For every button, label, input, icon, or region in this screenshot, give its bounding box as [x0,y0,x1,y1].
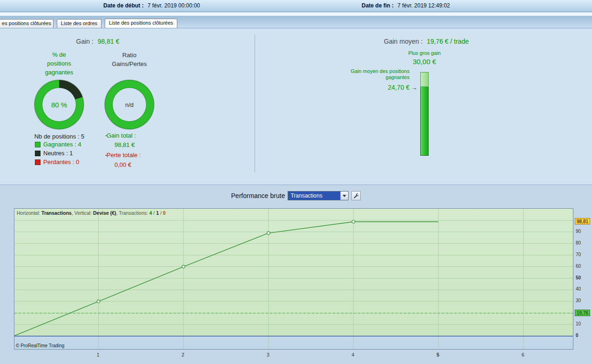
loss-total-row: Perte totale : [106,152,141,159]
y-axis-label: 80 [576,240,581,245]
gain-total-row: Gain total : [106,132,136,139]
winning-positions-donut: 80 % [34,80,84,129]
date-start-value: 7 févr. 2019 00:00:00 [148,2,200,9]
tab-closed-positions-list[interactable]: Liste des positions clôturées [105,19,177,28]
statistics-panel: Gain : 98,81 € % de positions gagnantes … [0,28,592,185]
chart-title: Performance brute [231,192,285,199]
legend-winning: Gagnantes : 4 [35,141,81,148]
chart-info-line: Horizontal: Transactions, Vertical: Devi… [17,210,166,216]
average-value-chip: 19,76 [575,310,590,316]
y-axis: 9080706050403010098,8119,76 [574,208,592,350]
biggest-gain-value: 30,00 € [373,58,476,66]
gain-value: 98,81 € [98,38,120,45]
x-axis-label: 1 [94,352,103,357]
gain-header: Gain : 98,81 € [0,38,195,45]
date-end-value: 7 févr. 2019 12:49:02 [397,2,450,9]
chart-mode-select[interactable]: Transactions [288,191,349,200]
legend-neutral-label: Neutres : 1 [43,150,73,157]
y-axis-label: 70 [576,252,581,257]
y-axis-label: 30 [576,298,581,303]
info-separator: / [159,210,163,216]
tab-orders-list[interactable]: Liste des ordres [57,19,101,28]
equity-curve-plot[interactable]: Horizontal: Transactions, Vertical: Devi… [14,208,573,350]
gain-bar-above-average-segment [420,72,429,87]
chevron-down-icon [343,195,346,197]
gain-bar [420,72,429,156]
info-vertical-value: Devise (€) [93,210,116,216]
x-axis-label: 2 [178,352,188,357]
right-arrow-icon: → [411,84,417,91]
x-axis-label: 4 [348,352,357,357]
dark-square-icon [35,151,40,156]
gain-total-value: 98,81 € [114,141,135,148]
y-axis-label: 60 [576,264,581,269]
red-square-icon [35,159,40,165]
gain-loss-ratio-value: n/d [105,80,154,129]
chart-mode-dropdown-button[interactable] [340,192,348,200]
positions-count: Nb de positions : 5 [19,133,100,140]
x-axis-label: 3 [263,352,273,357]
info-horizontal-label: Horizontal: [17,210,41,216]
copyright-notice: © ProRealTime Trading [16,343,64,348]
date-start: Date de début : 7 févr. 2019 00:00:00 [103,2,200,9]
average-winning-gain-label: Gain moyen des positions gagnantes [321,68,410,80]
date-range-bar: Date de début : 7 févr. 2019 00:00:00 Da… [0,0,592,12]
x-axis-label: 6 [518,352,528,357]
green-square-icon [35,142,40,147]
info-horizontal-value: Transactions [41,210,72,216]
x-axis-label: 5 [433,352,443,357]
tab-closed-positions-partial[interactable]: es positions clôturées [0,19,54,28]
y-axis-label: 0 [576,333,579,338]
tab-bar: es positions clôturées Liste des ordres … [0,16,592,28]
wrench-icon [353,193,359,199]
gain-label: Gain : [76,38,94,45]
y-axis-label: 90 [576,229,581,234]
biggest-gain-label: Plus gros gain [373,50,476,56]
chart-header: Performance brute Transactions [0,191,592,200]
legend-winning-label: Gagnantes : 4 [43,141,81,148]
winning-positions-title: % de positions gagnantes [27,50,92,77]
y-axis-label: 40 [576,286,581,291]
average-winning-gain-value: 24,70 € [321,84,410,91]
loss-total-value: 0,00 € [114,161,131,168]
x-axis: 123456 [0,350,592,360]
info-transactions-label: , Transactions: [116,210,149,216]
chart-settings-button[interactable] [351,191,361,200]
legend-losing-label: Perdantes : 0 [43,159,79,165]
average-gain-header: Gain moyen : 19,76 € / trade [261,38,592,45]
info-losses-count: 0 [163,210,166,216]
legend-neutral: Neutres : 1 [35,150,73,157]
chart-mode-selected-value[interactable]: Transactions [288,192,340,200]
average-gain-label: Gain moyen : [384,38,423,45]
y-axis-label: 10 [576,321,581,326]
gain-loss-ratio-title: Ratio Gains/Pertes [97,51,162,68]
info-vertical-label: , Vertical: [72,210,93,216]
tab-strip-spacer [0,13,592,16]
equity-curve-canvas [14,209,573,349]
vertical-divider [255,35,255,172]
performance-chart-section: Performance brute Transactions Horizonta… [0,185,592,364]
gain-loss-ratio-donut: n/d [105,80,154,129]
winning-positions-value: 80 % [34,80,84,129]
gain-bar-average-segment [420,87,429,156]
last-value-chip: 98,81 [575,218,590,225]
loss-total-label: Perte totale : [107,152,141,159]
date-start-label: Date de début : [103,2,144,9]
date-end-label: Date de fin : [362,2,394,9]
gain-total-label: Gain total : [107,132,136,139]
date-end: Date de fin : 7 févr. 2019 12:49:02 [362,2,450,9]
app-window: Date de début : 7 févr. 2019 00:00:00 Da… [0,0,592,364]
legend-losing: Perdantes : 0 [35,159,79,165]
y-axis-label: 50 [576,275,581,280]
average-gain-value: 19,76 € / trade [427,38,469,45]
